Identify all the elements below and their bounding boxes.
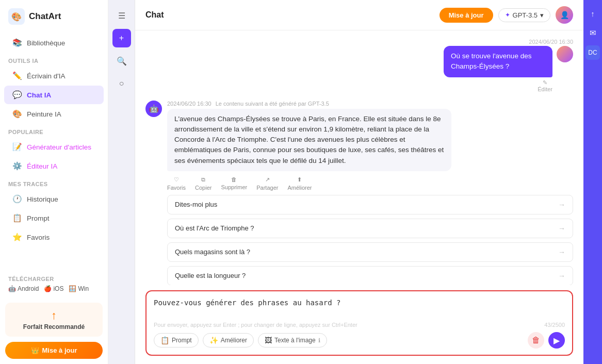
send-icon: ▶ xyxy=(554,336,560,345)
trash-btn-icon: 🗑 xyxy=(532,336,540,345)
input-toolbar: 📋 Prompt ✨ Améliorer 🖼 Texte à l'image ℹ… xyxy=(154,332,565,349)
ai-avatar-icon: 🤖 xyxy=(145,101,162,117)
share-label: Partager xyxy=(256,185,278,191)
chevron-down-icon: ▾ xyxy=(540,11,544,19)
suggestion-text-1: Où est l'Arc de Triomphe ? xyxy=(175,224,254,232)
chip-arrow-icon-2: → xyxy=(558,248,565,256)
chat-messages: 2024/06/20 16:30 Où se trouve l'avenue d… xyxy=(135,30,583,285)
toolbar-right: 🗑 ▶ xyxy=(528,332,565,349)
improve-btn-label: Améliorer xyxy=(221,337,247,344)
sidebar-logo: 🎨 ChatArt xyxy=(0,0,108,31)
upgrade-button[interactable]: 👑 Mise à jour xyxy=(5,342,103,359)
heart-icon: ♡ xyxy=(174,176,179,183)
menu-icon-btn[interactable]: ☰ xyxy=(112,6,131,25)
section-tools-label: Outils IA xyxy=(0,53,108,66)
chip-arrow-icon-0: → xyxy=(558,201,565,209)
discord-btn[interactable]: DC xyxy=(585,45,600,60)
logo-icon: 🎨 xyxy=(8,8,25,25)
sidebar-paint-label: Peinture IA xyxy=(27,110,61,118)
improve-btn-icon: ✨ xyxy=(209,336,218,344)
search-icon-btn[interactable]: 🔍 xyxy=(112,52,131,70)
section-traces-label: Mes Traces xyxy=(0,176,108,189)
email-right-btn[interactable]: ✉ xyxy=(585,26,600,40)
sidebar-item-library[interactable]: 📚 Bibliothèque xyxy=(4,34,104,52)
delete-label: Supprimer xyxy=(221,184,247,190)
prompt-btn-icon: 📋 xyxy=(160,336,169,344)
trash-icon: 🗑 xyxy=(231,176,237,183)
model-star-icon: ✦ xyxy=(505,11,510,19)
right-actions: ↑ ✉ DC xyxy=(583,0,602,364)
user-message-row: 2024/06/20 16:30 Où se trouve l'avenue d… xyxy=(145,39,573,92)
input-hint: Pour envoyer, appuyez sur Enter ; pour c… xyxy=(154,322,565,328)
favorites-action-label: Favoris xyxy=(167,185,186,191)
improve-button[interactable]: ✨ Améliorer xyxy=(203,333,254,348)
suggestions-list: Dites-moi plus → Où est l'Arc de Triomph… xyxy=(167,195,573,285)
history-icon: 🕐 xyxy=(12,194,22,204)
crown-icon: 👑 xyxy=(31,346,39,354)
download-android[interactable]: 🤖 Android xyxy=(8,285,39,292)
input-hint-text: Pour envoyer, appuyez sur Enter ; pour c… xyxy=(154,322,357,328)
edit-label: Éditer xyxy=(538,86,552,92)
user-avatar-icon xyxy=(557,46,573,62)
sidebar-item-history[interactable]: 🕐 Historique xyxy=(4,190,104,208)
suggestion-chip-2[interactable]: Quels magasins sont là ? → xyxy=(167,242,573,262)
user-avatar: 👤 xyxy=(556,6,573,24)
sidebar: 🎨 ChatArt 📚 Bibliothèque Outils IA ✏️ Éc… xyxy=(0,0,108,364)
sidebar-item-editor[interactable]: ⚙️ Éditeur IA xyxy=(4,157,104,175)
ai-message-actions: ♡ Favoris ⧉ Copier 🗑 Supprimer ↗ xyxy=(167,176,573,191)
main-chat: Chat Mise à jour ✦ GPT-3.5 ▾ 👤 2024/06/2… xyxy=(135,0,583,364)
add-chat-btn[interactable]: + xyxy=(112,29,131,47)
ai-message-bubble: L'avenue des Champs-Élysées se trouve à … xyxy=(167,109,451,171)
prompt-button[interactable]: 📋 Prompt xyxy=(154,333,199,348)
download-win[interactable]: 🪟 Win xyxy=(69,285,89,292)
sidebar-nav: 📚 Bibliothèque Outils IA ✏️ Écrivain d'I… xyxy=(0,31,108,271)
sidebar-item-article[interactable]: 📝 Générateur d'articles xyxy=(4,138,104,156)
input-area: Pour envoyer, appuyez sur Enter ; pour c… xyxy=(145,290,573,356)
ai-message-inner: 🤖 2024/06/20 16:30 Le contenu suivant a … xyxy=(145,101,573,286)
improve-icon: ⬆ xyxy=(297,176,302,183)
sidebar-item-chat[interactable]: 💬 Chat IA xyxy=(4,86,104,104)
download-ios[interactable]: 🍎 iOS xyxy=(44,285,63,292)
icon-bar: ☰ + 🔍 ○ xyxy=(108,0,135,364)
download-section: Télécharger 🤖 Android 🍎 iOS 🪟 Win xyxy=(0,271,108,297)
prompt-btn-label: Prompt xyxy=(172,337,192,344)
ai-message-row: 🤖 2024/06/20 16:30 Le contenu suivant a … xyxy=(145,101,573,286)
image-button[interactable]: 🖼 Texte à l'image ℹ xyxy=(258,333,327,348)
action-favorites[interactable]: ♡ Favoris xyxy=(167,176,186,191)
prompt-icon: 📋 xyxy=(12,213,22,223)
suggestion-chip-3[interactable]: Quelle est la longueur ? → xyxy=(167,266,573,285)
image-btn-icon: 🖼 xyxy=(265,336,272,344)
image-info-icon: ℹ xyxy=(318,337,320,344)
sidebar-history-label: Historique xyxy=(27,195,58,203)
ai-meta-text: Le contenu suivant a été généré par GPT-… xyxy=(216,101,329,107)
action-copy[interactable]: ⧉ Copier xyxy=(195,176,211,191)
action-delete[interactable]: 🗑 Supprimer xyxy=(221,176,247,191)
suggestion-text-2: Quels magasins sont là ? xyxy=(175,248,250,256)
chat-icon: 💬 xyxy=(12,90,22,100)
sidebar-item-prompt[interactable]: 📋 Prompt xyxy=(4,209,104,227)
favorites-icon: ⭐ xyxy=(12,233,22,242)
writer-icon: ✏️ xyxy=(12,71,22,80)
sidebar-item-writer[interactable]: ✏️ Écrivain d'IA xyxy=(4,67,104,85)
copy-label: Copier xyxy=(195,185,211,191)
clear-button[interactable]: 🗑 xyxy=(528,332,544,349)
model-selector[interactable]: ✦ GPT-3.5 ▾ xyxy=(498,8,550,22)
send-button[interactable]: ▶ xyxy=(548,332,565,349)
image-btn-label: Texte à l'image xyxy=(274,337,316,344)
edit-message-btn[interactable]: ✎ Éditer xyxy=(538,79,552,92)
edit-icon: ✎ xyxy=(543,79,547,86)
chip-arrow-icon-3: → xyxy=(558,272,565,280)
sidebar-article-label: Générateur d'articles xyxy=(27,143,91,151)
share-right-btn[interactable]: ↑ xyxy=(585,6,600,21)
settings-icon-btn[interactable]: ○ xyxy=(112,74,131,93)
sidebar-library-label: Bibliothèque xyxy=(27,39,65,47)
update-button[interactable]: Mise à jour xyxy=(440,8,493,23)
action-share[interactable]: ↗ Partager xyxy=(256,176,278,191)
action-improve[interactable]: ⬆ Améliorer xyxy=(287,176,312,191)
suggestion-chip-0[interactable]: Dites-moi plus → xyxy=(167,195,573,214)
message-input[interactable] xyxy=(154,297,565,319)
suggestion-chip-1[interactable]: Où est l'Arc de Triomphe ? → xyxy=(167,219,573,238)
sidebar-item-favorites[interactable]: ⭐ Favoris xyxy=(4,228,104,246)
sidebar-item-paint[interactable]: 🎨 Peinture IA xyxy=(4,105,104,123)
copy-icon: ⧉ xyxy=(201,176,205,183)
